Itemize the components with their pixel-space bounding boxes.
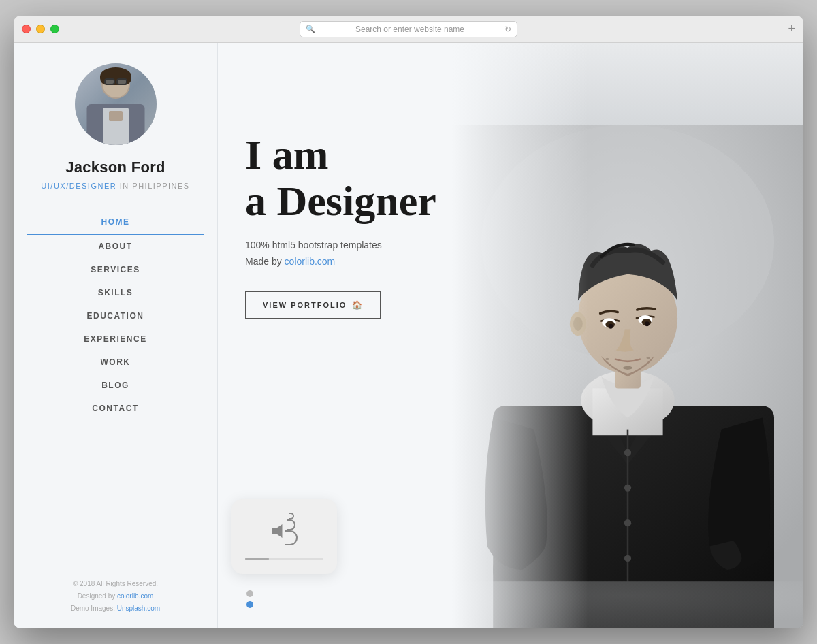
- svg-point-14: [609, 324, 613, 329]
- svg-point-16: [605, 358, 609, 360]
- search-icon: 🔍: [306, 25, 315, 33]
- view-portfolio-button[interactable]: VIEW PORTFOLIO 🏠: [245, 291, 381, 319]
- minimize-button[interactable]: [36, 25, 45, 33]
- briefcase-icon: 🏠: [352, 300, 364, 310]
- sound-waves: [285, 513, 298, 549]
- portrait-fade: [452, 43, 588, 628]
- colorlib-link-1[interactable]: colorlib.com: [117, 592, 153, 600]
- audio-player[interactable]: [231, 499, 337, 574]
- wave-medium: [287, 519, 295, 530]
- traffic-lights: [22, 25, 59, 33]
- dot-2[interactable]: [246, 601, 253, 608]
- profile-name: Jackson Ford: [65, 159, 165, 176]
- sidebar: Jackson Ford UI/UX/DESIGNER IN PHILIPPIN…: [14, 43, 218, 628]
- audio-progress-bar[interactable]: [245, 558, 323, 560]
- audio-icon-group: [272, 513, 298, 549]
- copyright-text: © 2018 All Rights Reserved.: [71, 578, 160, 590]
- designed-by: Designed by colorlib.com: [71, 590, 160, 602]
- browser-window: 🔍 Search or enter website name ↻ +: [14, 16, 803, 628]
- slide-dots: [246, 590, 253, 608]
- svg-point-23: [624, 555, 631, 562]
- new-tab-button[interactable]: +: [788, 22, 795, 36]
- sidebar-item-education[interactable]: EDUCATION: [27, 304, 204, 327]
- sidebar-footer: © 2018 All Rights Reserved. Designed by …: [71, 578, 160, 615]
- svg-point-21: [624, 484, 631, 491]
- sidebar-item-experience[interactable]: EXPERIENCE: [27, 327, 204, 351]
- wave-small: [289, 513, 294, 519]
- hero-text-area: I am a Designer 100% html5 bootstrap tem…: [245, 131, 436, 319]
- svg-point-17: [647, 357, 650, 359]
- speaker-icon: [272, 513, 298, 549]
- close-button[interactable]: [22, 25, 31, 33]
- avatar: [75, 63, 157, 145]
- maximize-button[interactable]: [50, 25, 59, 33]
- sidebar-item-skills[interactable]: SKILLS: [27, 281, 204, 304]
- svg-point-20: [624, 449, 631, 456]
- sidebar-item-services[interactable]: SERVICES: [27, 258, 204, 281]
- sidebar-item-home[interactable]: HOME: [27, 210, 204, 235]
- sidebar-item-work[interactable]: WORK: [27, 351, 204, 374]
- sidebar-item-about[interactable]: ABOUT: [27, 235, 204, 258]
- sidebar-nav: HOME ABOUT SERVICES SKILLS EDUCATION EXP…: [27, 210, 204, 420]
- portrait-area: [452, 43, 803, 628]
- demo-images: Demo Images: Unsplash.com: [71, 602, 160, 615]
- wave-large: [285, 530, 298, 545]
- colorlib-link-2[interactable]: colorlib.com: [285, 256, 336, 267]
- dot-1[interactable]: [246, 590, 253, 597]
- unsplash-link[interactable]: Unsplash.com: [117, 605, 160, 612]
- audio-progress-fill: [245, 558, 269, 560]
- address-bar-text: Search or enter website name: [319, 25, 500, 34]
- svg-point-22: [624, 519, 631, 526]
- address-bar[interactable]: 🔍 Search or enter website name ↻: [300, 21, 517, 37]
- browser-content: Jackson Ford UI/UX/DESIGNER IN PHILIPPIN…: [14, 43, 803, 628]
- titlebar: 🔍 Search or enter website name ↻ +: [14, 16, 803, 43]
- role-highlight: UI/UX/DESIGNER: [41, 182, 116, 190]
- hero-subtext: 100% html5 bootstrap templates Made by c…: [245, 238, 436, 270]
- sidebar-item-contact[interactable]: CONTACT: [27, 397, 204, 420]
- profile-role: UI/UX/DESIGNER IN PHILIPPINES: [41, 182, 189, 190]
- avatar-background: [75, 63, 157, 145]
- role-location: IN PHILIPPINES: [116, 182, 189, 190]
- reload-icon[interactable]: ↻: [504, 25, 511, 34]
- main-content: I am a Designer 100% html5 bootstrap tem…: [218, 43, 803, 628]
- svg-point-18: [623, 366, 632, 370]
- sidebar-item-blog[interactable]: BLOG: [27, 374, 204, 397]
- hero-heading: I am a Designer: [245, 131, 436, 224]
- svg-point-15: [645, 321, 650, 326]
